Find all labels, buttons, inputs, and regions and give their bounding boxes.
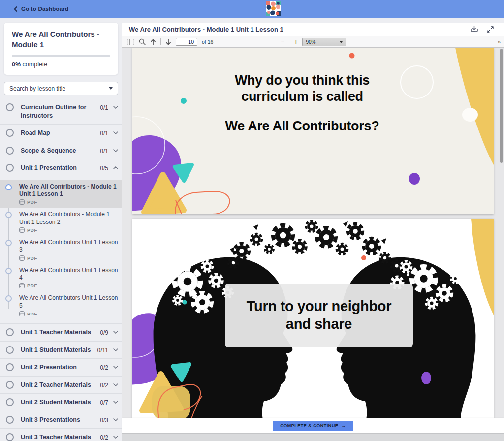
sidebar-section-unit2-presentation[interactable]: Unit 2 Presentation 0/2 bbox=[0, 358, 122, 376]
lesson-title: We Are All Contributors Unit 1 Lesson 5 bbox=[19, 294, 118, 310]
caret-down-icon bbox=[109, 87, 113, 90]
lesson-radio-icon bbox=[5, 212, 12, 218]
section-count: 0/2 bbox=[100, 434, 108, 441]
progress-circle-icon bbox=[6, 363, 14, 371]
section-count: 0/2 bbox=[100, 364, 108, 371]
lesson-title: We Are All Contributors Unit 1 Lesson 3 bbox=[19, 239, 118, 254]
top-bar: Go to Dashboard bbox=[0, 0, 504, 18]
go-to-dashboard-label: Go to Dashboard bbox=[21, 6, 68, 12]
section-label: Unit 1 Presentation bbox=[21, 164, 100, 172]
sidebar-section-scope-sequence[interactable]: Scope & Sequence 0/1 bbox=[0, 142, 122, 159]
slide2-caption-line2: and share bbox=[225, 315, 413, 333]
search-lessons-dropdown[interactable]: Search by lesson title bbox=[4, 82, 118, 95]
chevron-down-icon bbox=[113, 131, 118, 134]
section-label: Unit 1 Student Materials bbox=[21, 346, 97, 354]
zoom-out-button[interactable]: − bbox=[281, 38, 284, 45]
next-page-button[interactable] bbox=[165, 39, 171, 45]
lesson-radio-icon bbox=[5, 268, 12, 274]
pdf-scroll-area[interactable]: Why do you think this curriculum is call… bbox=[122, 48, 504, 418]
lesson-title: We Are All Contributors Unit 1 Lesson 4 bbox=[19, 267, 118, 282]
progress-percent: 0% bbox=[12, 61, 21, 68]
pdf-file-icon bbox=[19, 311, 25, 316]
progress-circle-icon bbox=[6, 103, 14, 111]
section-label: Curriculum Outline for Instructors bbox=[21, 103, 100, 120]
sidebar-section-unit1-teacher-materials[interactable]: Unit 1 Teacher Materials 0/9 bbox=[0, 323, 122, 341]
lesson-item-unit1-lesson2[interactable]: We Are All Contributors - Module 1 Unit … bbox=[0, 208, 122, 236]
lesson-type-label: PDF bbox=[27, 283, 37, 288]
lesson-type-label: PDF bbox=[27, 199, 37, 205]
lesson-title: We Are All Contributors - Module 1 Unit … bbox=[19, 183, 118, 198]
fullscreen-button[interactable] bbox=[486, 26, 494, 33]
chevron-down-icon bbox=[113, 348, 118, 351]
complete-continue-button[interactable]: COMPLETE & CONTINUE → bbox=[273, 421, 353, 431]
section-count: 0/7 bbox=[100, 399, 108, 406]
pdf-scrollbar-thumb[interactable] bbox=[500, 49, 503, 163]
chevron-down-icon bbox=[113, 401, 118, 404]
pdf-file-icon bbox=[19, 227, 25, 233]
pdf-scrollbar[interactable] bbox=[499, 48, 504, 418]
side-panel-icon bbox=[127, 39, 134, 45]
chevron-down-icon bbox=[113, 106, 118, 109]
pdf-viewer-panel: We Are All Contributors - Module 1 Unit … bbox=[122, 23, 504, 441]
section-label: Unit 2 Teacher Materials bbox=[21, 381, 100, 389]
sidebar-section-unit2-teacher-materials[interactable]: Unit 2 Teacher Materials 0/2 bbox=[0, 376, 122, 394]
go-to-dashboard-link[interactable]: Go to Dashboard bbox=[14, 0, 68, 18]
section-label: Unit 2 Presentation bbox=[21, 363, 100, 372]
slide1-line2: curriculum is called bbox=[132, 89, 472, 105]
progress-circle-icon bbox=[6, 416, 14, 424]
chevron-down-icon bbox=[113, 331, 118, 334]
pdf-file-icon bbox=[19, 199, 25, 205]
lesson-radio-icon bbox=[5, 295, 12, 302]
page-number-input[interactable] bbox=[176, 38, 197, 46]
sidebar-section-unit2-student-materials[interactable]: Unit 2 Student Materials 0/7 bbox=[0, 393, 122, 411]
slide2-caption-line1: Turn to your neighbor bbox=[225, 298, 413, 315]
section-count: 0/3 bbox=[100, 417, 108, 424]
sidebar-section-road-map[interactable]: Road Map 0/1 bbox=[0, 124, 122, 142]
chevron-left-icon bbox=[14, 6, 17, 12]
section-count: 0/5 bbox=[100, 165, 108, 172]
toggle-sidebar-button[interactable] bbox=[127, 39, 134, 45]
bottom-strip bbox=[122, 433, 504, 441]
progress-circle-icon bbox=[6, 164, 14, 172]
search-icon bbox=[139, 38, 146, 45]
progress-circle-icon bbox=[6, 346, 14, 354]
chevron-down-icon bbox=[113, 149, 118, 152]
pdf-file-icon bbox=[19, 255, 25, 261]
lesson-item-unit1-lesson1[interactable]: We Are All Contributors - Module 1 Unit … bbox=[0, 180, 122, 208]
lesson-item-unit1-lesson4[interactable]: We Are All Contributors Unit 1 Lesson 4 … bbox=[0, 264, 122, 292]
section-count: 0/11 bbox=[97, 347, 108, 354]
progress-label: complete bbox=[23, 61, 48, 68]
lesson-type-label: PDF bbox=[27, 255, 37, 261]
more-tools-button[interactable]: » bbox=[498, 39, 500, 45]
expand-icon bbox=[486, 26, 494, 33]
zoom-level-select[interactable]: 90% bbox=[302, 38, 346, 46]
pdf-page-11: Turn to your neighbor and share bbox=[132, 219, 494, 418]
progress-circle-icon bbox=[6, 129, 14, 137]
zoom-in-button[interactable]: + bbox=[294, 38, 298, 45]
search-placeholder: Search by lesson title bbox=[9, 85, 109, 92]
lesson-radio-icon bbox=[5, 240, 12, 246]
sidebar-section-curriculum-outline[interactable]: Curriculum Outline for Instructors 0/1 bbox=[0, 99, 122, 124]
course-title: We Are All Contributors - Module 1 bbox=[12, 29, 110, 50]
section-count: 0/1 bbox=[100, 130, 108, 137]
complete-continue-label: COMPLETE & CONTINUE bbox=[280, 423, 338, 428]
sidebar-section-unit3-teacher-materials[interactable]: Unit 3 Teacher Materials 0/2 bbox=[0, 428, 122, 441]
download-icon bbox=[470, 26, 478, 33]
lesson-type-label: PDF bbox=[27, 311, 37, 316]
find-in-document-button[interactable] bbox=[139, 38, 146, 45]
section-label: Unit 2 Student Materials bbox=[21, 398, 100, 407]
sidebar-section-unit1-student-materials[interactable]: Unit 1 Student Materials 0/11 bbox=[0, 341, 122, 359]
course-sidebar: We Are All Contributors - Module 1 0% co… bbox=[0, 18, 122, 441]
previous-page-button[interactable] bbox=[150, 39, 156, 45]
sidebar-section-unit1-presentation[interactable]: Unit 1 Presentation 0/5 bbox=[0, 159, 122, 177]
lesson-type-label: PDF bbox=[27, 227, 37, 233]
lesson-item-unit1-lesson3[interactable]: We Are All Contributors Unit 1 Lesson 3 … bbox=[0, 236, 122, 264]
sidebar-section-unit3-presentations[interactable]: Unit 3 Presentations 0/3 bbox=[0, 411, 122, 429]
app-logo[interactable] bbox=[266, 1, 281, 16]
toolbar-separator bbox=[289, 38, 289, 45]
chevron-down-icon bbox=[113, 436, 118, 439]
progress-circle-icon bbox=[6, 328, 14, 336]
lesson-item-unit1-lesson5[interactable]: We Are All Contributors Unit 1 Lesson 5 … bbox=[0, 291, 122, 319]
download-button[interactable] bbox=[470, 26, 478, 33]
section-count: 0/1 bbox=[100, 148, 108, 155]
